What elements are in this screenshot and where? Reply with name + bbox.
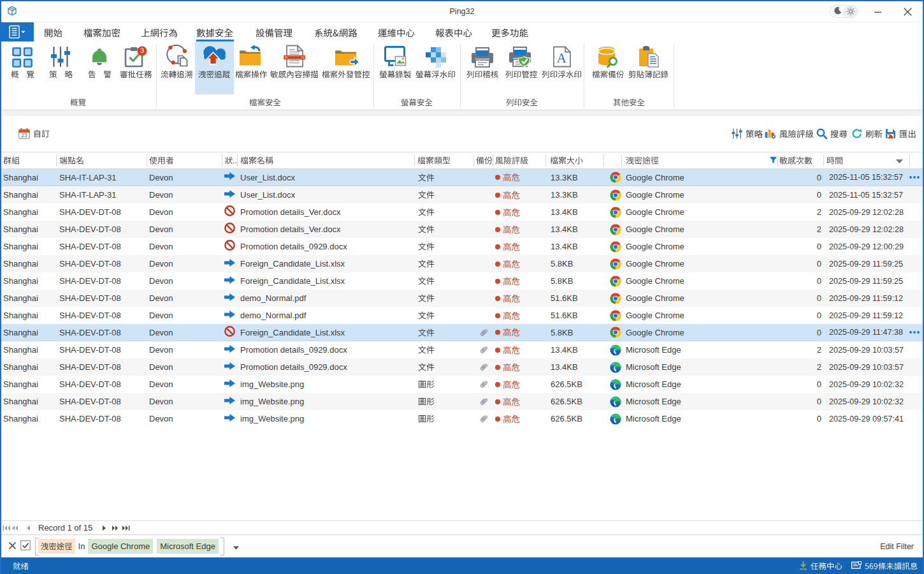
svg-text:3: 3 — [140, 47, 144, 54]
svg-text:A: A — [556, 50, 567, 66]
svg-text:23: 23 — [21, 132, 27, 138]
